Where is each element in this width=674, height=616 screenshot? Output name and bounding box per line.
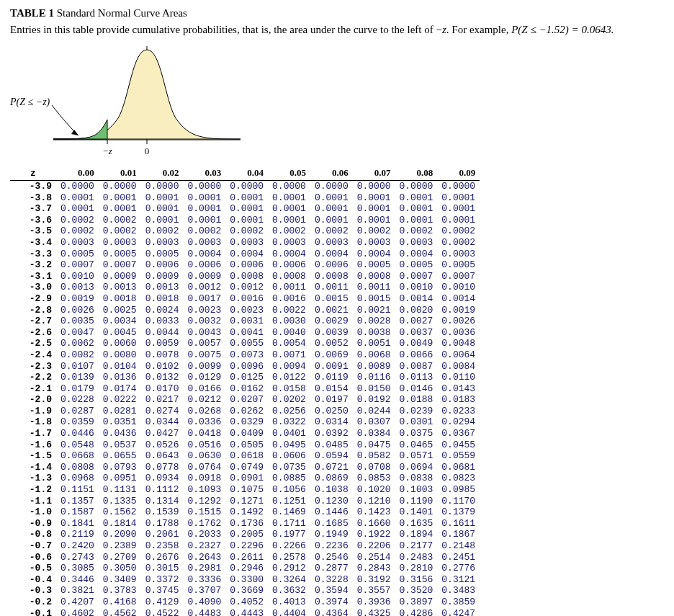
z-cell: 0.0008 <box>225 271 268 282</box>
z-cell: 0.3156 <box>395 574 438 586</box>
z-cell: 0.0132 <box>141 372 184 383</box>
z-cell: 0.0002 <box>99 215 141 226</box>
z-cell: 0.3707 <box>183 585 225 597</box>
z-cell: 0.2358 <box>141 540 184 552</box>
z-cell: 0.0003 <box>395 237 438 249</box>
z-cell: 0.0069 <box>310 349 353 361</box>
z-cell: 0.0032 <box>183 316 225 327</box>
z-cell: 0.1788 <box>141 518 184 530</box>
z-cell: 0.0002 <box>395 226 438 237</box>
z-cell: 0.0001 <box>268 192 310 204</box>
z-cell: 0.0006 <box>268 259 310 271</box>
z-cell: 0.1977 <box>268 529 310 540</box>
z-cell: 0.4207 <box>56 597 99 608</box>
z-cell: 0.0256 <box>268 406 310 417</box>
z-cell: 0.0001 <box>395 192 438 204</box>
svg-marker-4 <box>71 130 78 135</box>
z-cell: 0.0853 <box>353 473 395 484</box>
z-cell: 0.0359 <box>56 416 99 428</box>
z-cell: 0.0001 <box>99 203 141 215</box>
z-cell: 0.4602 <box>56 608 99 616</box>
z-cell: 0.3669 <box>225 585 268 597</box>
z-cell: 0.0793 <box>99 462 141 473</box>
z-cell: 0.0016 <box>268 293 310 305</box>
z-cell: 0.3936 <box>353 597 395 608</box>
z-cell: 0.0015 <box>310 293 353 305</box>
z-cell: 0.0001 <box>141 203 184 215</box>
col-header: 0.03 <box>183 166 225 181</box>
z-cell: 0.0582 <box>353 450 395 462</box>
z-cell: 0.0951 <box>99 473 141 484</box>
table-row: -1.20.11510.11310.11120.10930.10750.1056… <box>10 484 480 496</box>
z-cell: 0.4090 <box>183 597 225 608</box>
z-row-label: -3.9 <box>10 181 56 192</box>
z-cell: 0.1736 <box>225 518 268 530</box>
z-cell: 0.0017 <box>183 293 225 305</box>
z-cell: 0.0150 <box>353 383 395 395</box>
table-row: -0.40.34460.34090.33720.33360.33000.3264… <box>10 574 480 586</box>
z-cell: 0.0495 <box>268 439 310 451</box>
z-cell: 0.4129 <box>141 597 184 608</box>
z-cell: 0.0003 <box>99 237 141 249</box>
z-cell: 0.3372 <box>141 574 184 586</box>
table-row: -1.60.05480.05370.05260.05160.05050.0495… <box>10 439 480 451</box>
z-cell: 0.0034 <box>99 316 141 327</box>
z-cell: 0.0080 <box>99 349 141 361</box>
z-cell: 0.0294 <box>437 416 480 428</box>
z-cell: 0.4052 <box>225 597 268 608</box>
z-cell: 0.0003 <box>437 249 480 260</box>
z-cell: 0.2676 <box>141 552 184 563</box>
z-cell: 0.3300 <box>225 574 268 586</box>
z-row-label: -1.3 <box>10 473 56 484</box>
z-cell: 0.0287 <box>56 406 99 417</box>
z-cell: 0.0808 <box>56 462 99 473</box>
z-cell: 0.0708 <box>353 462 395 473</box>
z-cell: 0.2877 <box>310 563 353 574</box>
z-cell: 0.0384 <box>353 428 395 439</box>
z-cell: 0.0559 <box>437 450 480 462</box>
z-cell: 0.0014 <box>395 293 438 305</box>
table-row: -0.30.38210.37830.37450.37070.36690.3632… <box>10 585 480 597</box>
col-header: 0.05 <box>268 166 310 181</box>
z-cell: 0.0021 <box>310 305 353 316</box>
z-cell: 0.0026 <box>56 305 99 316</box>
z-cell: 0.0129 <box>183 372 225 383</box>
z-cell: 0.0084 <box>437 361 480 372</box>
z-cell: 0.0344 <box>141 416 184 428</box>
z-cell: 0.0043 <box>183 327 225 339</box>
z-cell: 0.2743 <box>56 552 99 563</box>
z-cell: 0.1131 <box>99 484 141 496</box>
z-row-label: -3.3 <box>10 249 56 260</box>
z-cell: 0.0003 <box>268 237 310 249</box>
z-cell: 0.4247 <box>437 608 480 616</box>
z-cell: 0.0022 <box>268 305 310 316</box>
z-cell: 0.0001 <box>395 215 438 226</box>
z-cell: 0.0071 <box>268 349 310 361</box>
z-cell: 0.0136 <box>99 372 141 383</box>
z-cell: 0.0021 <box>353 305 395 316</box>
z-cell: 0.0125 <box>225 372 268 383</box>
z-cell: 0.0004 <box>268 249 310 260</box>
z-cell: 0.1314 <box>141 496 184 507</box>
z-cell: 0.0268 <box>183 406 225 417</box>
z-cell: 0.0001 <box>225 215 268 226</box>
z-cell: 0.0002 <box>268 226 310 237</box>
z-cell: 0.0869 <box>310 473 353 484</box>
z-cell: 0.0006 <box>225 259 268 271</box>
z-cell: 0.1922 <box>353 529 395 540</box>
z-cell: 0.2946 <box>225 563 268 574</box>
z-cell: 0.0001 <box>353 203 395 215</box>
table-row: -2.70.00350.00340.00330.00320.00310.0030… <box>10 316 480 327</box>
z-row-label: -3.5 <box>10 226 56 237</box>
z-cell: 0.0005 <box>141 249 184 260</box>
z-cell: 0.0003 <box>353 237 395 249</box>
z-cell: 0.0505 <box>225 439 268 451</box>
z-cell: 0.0064 <box>437 349 480 361</box>
z-cell: 0.0107 <box>56 361 99 372</box>
z-cell: 0.2148 <box>437 540 480 552</box>
z-cell: 0.0011 <box>268 282 310 293</box>
z-cell: 0.0055 <box>225 338 268 349</box>
z-cell: 0.0455 <box>437 439 480 451</box>
table-row: -3.60.00020.00020.00010.00010.00010.0001… <box>10 215 480 226</box>
z-cell: 0.2483 <box>395 552 438 563</box>
